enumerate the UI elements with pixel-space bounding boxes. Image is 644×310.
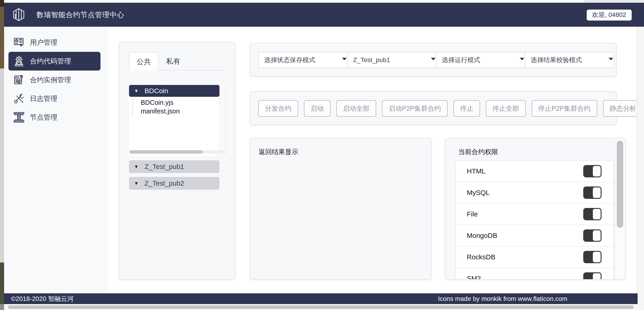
page-vertical-scrollbar[interactable] <box>637 27 644 304</box>
result-verify-mode-select[interactable]: 选择结果校验模式 <box>525 52 614 68</box>
sidebar-item-label: 合约实例管理 <box>30 75 71 85</box>
copyright-text: ©2018-2020 智融云河 <box>11 293 74 304</box>
tree-node-z-test-pub1[interactable]: ▼ Z_Test_pub1 <box>129 160 220 173</box>
mode-select-panel: 选择状态保存模式 Z_Test_pub1 选择运行模式 选择结果校验模式 <box>250 43 616 76</box>
select-arrows-icon <box>426 56 431 68</box>
sidebar-item-node-management[interactable]: 节点管理 <box>8 108 100 127</box>
contract-select[interactable]: Z_Test_pub1 <box>347 52 436 68</box>
permission-toggle[interactable] <box>583 230 602 242</box>
select-arrows-icon <box>515 56 520 68</box>
mode-select-row: 选择状态保存模式 Z_Test_pub1 选择运行模式 选择结果校验模式 <box>258 52 614 68</box>
permission-row-rocksdb: RocksDB <box>456 246 614 268</box>
tree-vertical-scrollbar[interactable] <box>220 84 226 156</box>
permission-label: File <box>467 210 478 218</box>
tree-node-label: Z_Test_pub1 <box>144 163 184 170</box>
tree-file-item[interactable]: manifest.json <box>141 107 180 116</box>
permissions-panel: 当前合约权限 HTML MySQL File MongoDB RocksDB <box>445 138 626 280</box>
run-mode-select[interactable]: 选择运行模式 <box>436 52 525 68</box>
permission-label: SM2 <box>467 274 481 280</box>
permission-label: HTML <box>467 167 486 175</box>
contract-tree-panel: 公共 私有 ▼ BDCoin BDCoin.yjs manifest.json … <box>119 42 235 280</box>
tree-file-item[interactable]: BDCoin.yjs <box>141 98 180 107</box>
sidebar-item-contract-code-management[interactable]: 合约代码管理 <box>8 52 100 70</box>
select-arrows-icon <box>338 56 342 68</box>
select-value: 选择结果校验模式 <box>531 56 582 64</box>
sidebar: 用户管理 合约代码管理 <box>4 27 108 293</box>
permission-toggle[interactable] <box>583 251 602 263</box>
tree-horizontal-scrollbar[interactable] <box>129 150 226 154</box>
result-panel: 返回结果显示 <box>250 138 432 280</box>
toggle-knob <box>593 209 600 219</box>
welcome-user-button[interactable]: 欢迎, 04802 <box>587 10 632 20</box>
sidebar-menu: 用户管理 合约代码管理 <box>8 33 100 127</box>
distribute-contract-button[interactable]: 分发合约 <box>258 100 298 117</box>
select-value: 选择状态保存模式 <box>264 56 316 64</box>
tab-private[interactable]: 私有 <box>158 52 188 70</box>
permission-toggle[interactable] <box>583 165 602 177</box>
tree-node-label: Z_Test_pub2 <box>144 180 184 187</box>
node-icon <box>13 112 25 123</box>
contract-instance-icon <box>13 74 25 86</box>
actions-button-row: 分发合约 启动 启动全部 启动P2P集群合约 停止 停止全部 停止P2P集群合约… <box>258 100 643 117</box>
sidebar-item-log-management[interactable]: 日志管理 <box>8 89 100 108</box>
toggle-knob <box>593 188 600 198</box>
permission-label: MongoDB <box>467 232 497 240</box>
sidebar-item-label: 日志管理 <box>30 94 57 104</box>
log-icon <box>13 93 25 104</box>
stop-all-button[interactable]: 停止全部 <box>486 100 526 117</box>
page-horizontal-scrollbar[interactable] <box>4 304 644 310</box>
user-management-icon <box>13 36 25 48</box>
permission-row-file: File <box>456 204 614 225</box>
tree-children: BDCoin.yjs manifest.json <box>132 98 180 116</box>
permission-row-mongodb: MongoDB <box>456 225 614 246</box>
permissions-panel-title: 当前合约权限 <box>458 148 498 156</box>
start-p2p-cluster-button[interactable]: 启动P2P集群合约 <box>382 100 448 117</box>
desktop-edge-artifact <box>0 7 4 68</box>
toggle-knob <box>593 230 600 241</box>
page-horizontal-scrollbar-thumb[interactable] <box>8 306 634 309</box>
permission-label: RocksDB <box>467 253 495 261</box>
desktop-edge-artifact <box>0 262 4 304</box>
tree-horizontal-scrollbar-thumb[interactable] <box>130 150 202 154</box>
sidebar-item-label: 节点管理 <box>30 113 57 122</box>
app-title: 数瑞智能合约节点管理中心 <box>36 3 124 27</box>
select-value: Z_Test_pub1 <box>353 56 390 64</box>
icons-credit-text: Icons made by monkik from www.flaticon.c… <box>438 293 567 304</box>
permission-label: MySQL <box>467 189 490 196</box>
tree-node-z-test-pub2[interactable]: ▼ Z_Test_pub2 <box>129 177 220 190</box>
window-top-strip <box>584 0 644 3</box>
desktop-edge-artifact <box>0 68 4 262</box>
select-value: 选择运行模式 <box>442 56 480 64</box>
desktop-edge-artifact <box>0 304 4 310</box>
tab-public[interactable]: 公共 <box>129 52 158 70</box>
footer: ©2018-2020 智融云河 Icons made by monkik fro… <box>4 293 638 304</box>
caret-down-icon: ▼ <box>134 181 138 186</box>
state-save-mode-select[interactable]: 选择状态保存模式 <box>258 52 348 68</box>
permission-row-sm2: SM2 <box>456 268 614 280</box>
caret-down-icon: ▼ <box>134 164 138 170</box>
sidebar-item-contract-instance-management[interactable]: 合约实例管理 <box>8 70 100 89</box>
start-button[interactable]: 启动 <box>304 100 330 117</box>
permissions-list: HTML MySQL File MongoDB RocksDB SM2 <box>455 160 614 280</box>
toggle-knob <box>593 273 600 280</box>
contract-code-icon <box>13 55 25 67</box>
permission-toggle[interactable] <box>583 186 602 199</box>
top-navbar: 数瑞智能合约节点管理中心 欢迎, 04802 <box>4 3 644 27</box>
desktop-edge-artifact <box>0 0 4 7</box>
stop-button[interactable]: 停止 <box>454 100 480 117</box>
start-all-button[interactable]: 启动全部 <box>336 100 376 117</box>
permission-row-mysql: MySQL <box>456 182 614 204</box>
permission-toggle[interactable] <box>583 208 602 220</box>
app-root: 数瑞智能合约节点管理中心 欢迎, 04802 用户管理 <box>0 0 644 310</box>
contract-actions-panel: 分发合约 启动 启动全部 启动P2P集群合约 停止 停止全部 停止P2P集群合约… <box>250 91 616 125</box>
caret-down-icon: ▼ <box>134 88 138 94</box>
sidebar-item-label: 合约代码管理 <box>30 56 71 66</box>
stop-p2p-cluster-button[interactable]: 停止P2P集群合约 <box>532 100 597 117</box>
sidebar-item-label: 用户管理 <box>30 38 57 47</box>
sidebar-item-user-management[interactable]: 用户管理 <box>8 33 100 52</box>
permission-toggle[interactable] <box>583 272 602 280</box>
permissions-vertical-scrollbar-thumb[interactable] <box>617 140 623 228</box>
permissions-vertical-scrollbar[interactable] <box>615 139 625 280</box>
tree-node-bdcoin[interactable]: ▼ BDCoin <box>129 85 220 97</box>
contract-tree: ▼ BDCoin BDCoin.yjs manifest.json ▼ Z_Te… <box>129 84 220 156</box>
